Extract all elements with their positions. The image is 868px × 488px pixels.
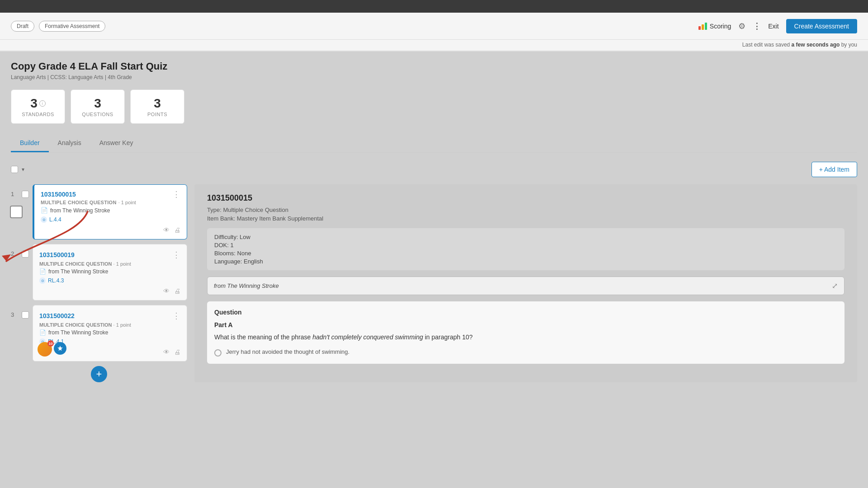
save-status: Last edit was saved a few seconds ago by… xyxy=(742,42,857,51)
q1-source: 📄 from The Winning Stroke xyxy=(41,207,180,214)
svg-marker-1 xyxy=(2,254,11,261)
top-nav-bar xyxy=(0,0,868,13)
page-title: Copy Grade 4 ELA Fall Start Quiz xyxy=(11,61,857,72)
question-section-label: Question xyxy=(214,309,837,316)
formative-badge[interactable]: Formative Assessment xyxy=(39,21,105,32)
q2-standard: ⊙ RL.4.3 xyxy=(39,277,180,284)
detail-blooms: Blooms: None xyxy=(214,250,837,257)
detail-difficulty: Difficulty: Low xyxy=(214,234,837,240)
q3-type: MULTIPLE CHOICE QUESTION · 1 point xyxy=(39,322,180,328)
detail-item-bank: Item Bank: Mastery Item Bank Supplementa… xyxy=(207,215,844,222)
create-assessment-button[interactable]: Create Assessment xyxy=(786,19,857,33)
points-stat: 3 POINTS xyxy=(130,89,184,124)
expand-passage-icon[interactable]: ⤢ xyxy=(832,282,838,290)
passage-box: from The Winning Stroke ⤢ xyxy=(207,277,844,295)
q3-num: 3 xyxy=(11,305,18,318)
q2-print-icon[interactable]: 🖨 xyxy=(174,287,180,295)
question-item-1: 1 1031500015 ⋮ MULTIPLE CHOICE QUESTION … xyxy=(11,184,187,239)
questions-stat: 3 QUESTIONS xyxy=(71,89,125,124)
svg-marker-0 xyxy=(57,346,63,351)
bar1 xyxy=(698,26,701,30)
answer-option-1: Jerry had not avoided the thought of swi… xyxy=(214,348,837,357)
q2-source: 📄from The Winning Stroke xyxy=(39,268,180,275)
q1-type: MULTIPLE CHOICE QUESTION · 1 point xyxy=(41,200,180,205)
standards-stat: 3 i STANDARDS xyxy=(11,89,65,124)
add-item-button[interactable]: + Add Item xyxy=(811,162,857,177)
q2-header: 1031500019 ⋮ xyxy=(39,250,180,260)
tab-answer-key[interactable]: Answer Key xyxy=(90,135,142,152)
q2-type: MULTIPLE CHOICE QUESTION · 1 point xyxy=(39,261,180,267)
draft-badge[interactable]: Draft xyxy=(11,21,34,32)
q3-id: 1031500022 xyxy=(39,312,75,319)
add-question-area: + xyxy=(11,366,187,382)
passage-label: from The Winning Stroke xyxy=(214,282,279,289)
tab-builder[interactable]: Builder xyxy=(11,135,49,152)
question-item-3: 3 1031500022 ⋮ MULTIPLE CHOICE QUESTION … xyxy=(11,305,187,361)
q3-card[interactable]: 1031500022 ⋮ MULTIPLE CHOICE QUESTION · … xyxy=(33,305,187,361)
toolbar: ▾ + Add Item xyxy=(11,162,857,177)
q3-header: 1031500022 ⋮ xyxy=(39,311,180,321)
q3-checkbox[interactable] xyxy=(22,311,29,319)
detail-language: Language: English xyxy=(214,258,837,265)
scoring-bars-icon xyxy=(698,23,707,30)
detail-id: 1031500015 xyxy=(207,193,844,203)
q1-indicator-box xyxy=(10,206,23,218)
q3-sticker-blue xyxy=(54,342,66,355)
q3-sticker-count: 10 xyxy=(47,340,54,347)
q3-sticker-badge: 10 xyxy=(38,342,52,357)
scoring-button[interactable]: Scoring xyxy=(698,23,731,30)
exit-button[interactable]: Exit xyxy=(768,23,778,30)
q3-print-icon[interactable]: 🖨 xyxy=(174,348,180,356)
q2-id: 1031500019 xyxy=(39,251,75,258)
detail-type: Type: Multiple Choice Question xyxy=(207,206,844,213)
q1-menu-icon[interactable]: ⋮ xyxy=(172,190,180,198)
detail-dok: DOK: 1 xyxy=(214,242,837,249)
question-item-2: 2 1031500019 ⋮ MULTIPLE CHOICE QUESTION … xyxy=(11,244,187,300)
detail-panel: 1031500015 Type: Multiple Choice Questio… xyxy=(194,184,857,382)
q1-checkbox[interactable] xyxy=(22,191,29,198)
q1-id: 1031500015 xyxy=(41,191,76,198)
header-left: Draft Formative Assessment xyxy=(11,21,105,32)
q3-stickers: 10 xyxy=(38,342,66,357)
q2-menu-icon[interactable]: ⋮ xyxy=(172,250,180,260)
select-all-checkbox[interactable] xyxy=(11,166,18,173)
q1-print-icon[interactable]: 🖨 xyxy=(174,226,180,234)
bar2 xyxy=(702,24,704,30)
standards-info-icon[interactable]: i xyxy=(39,100,46,107)
q1-card[interactable]: 1031500015 ⋮ MULTIPLE CHOICE QUESTION · … xyxy=(33,184,187,239)
answer-radio-1[interactable] xyxy=(214,349,222,357)
q2-num: 2 xyxy=(11,244,18,257)
q1-num: 1 xyxy=(11,184,18,197)
add-question-button[interactable]: + xyxy=(91,366,107,382)
q1-eye-icon[interactable]: 👁 xyxy=(163,226,170,234)
question-body: What is the meaning of the phrase hadn't… xyxy=(214,332,837,342)
tab-analysis[interactable]: Analysis xyxy=(49,135,90,152)
q2-card[interactable]: 1031500019 ⋮ MULTIPLE CHOICE QUESTION · … xyxy=(33,244,187,300)
scoring-label: Scoring xyxy=(710,23,731,30)
questions-list: 1 1031500015 ⋮ MULTIPLE CHOICE QUESTION … xyxy=(11,184,187,382)
q2-checkbox[interactable] xyxy=(22,250,29,258)
tabs-row: Builder Analysis Answer Key xyxy=(11,135,857,153)
detail-attributes: Difficulty: Low DOK: 1 Blooms: None Lang… xyxy=(207,228,844,270)
q2-actions: 👁 🖨 xyxy=(39,287,180,295)
q2-eye-icon[interactable]: 👁 xyxy=(163,287,170,295)
stats-row: 3 i STANDARDS 3 QUESTIONS 3 POINTS xyxy=(11,89,857,124)
q1-standard: ⊙ L.4.4 xyxy=(41,216,180,223)
header-right: Scoring ⚙ ⋮ Exit Create Assessment xyxy=(698,19,857,33)
q1-actions: 👁 🖨 xyxy=(41,226,180,234)
select-all-row: ▾ xyxy=(11,166,24,173)
settings-icon[interactable]: ⚙ xyxy=(738,21,745,31)
part-a-label: Part A xyxy=(214,321,837,328)
q3-eye-icon[interactable]: 👁 xyxy=(163,348,170,356)
question-detail-box: Question Part A What is the meaning of t… xyxy=(207,301,844,364)
q3-menu-icon[interactable]: ⋮ xyxy=(172,311,180,321)
select-dropdown-icon[interactable]: ▾ xyxy=(22,166,24,173)
q1-header: 1031500015 ⋮ xyxy=(41,190,180,198)
q3-source: 📄from The Winning Stroke xyxy=(39,329,180,336)
bar3 xyxy=(705,23,707,30)
more-options-icon[interactable]: ⋮ xyxy=(753,21,761,31)
answer-text-1: Jerry had not avoided the thought of swi… xyxy=(226,348,349,355)
page-subtitle: Language Arts | CCSS: Language Arts | 4t… xyxy=(11,74,857,80)
